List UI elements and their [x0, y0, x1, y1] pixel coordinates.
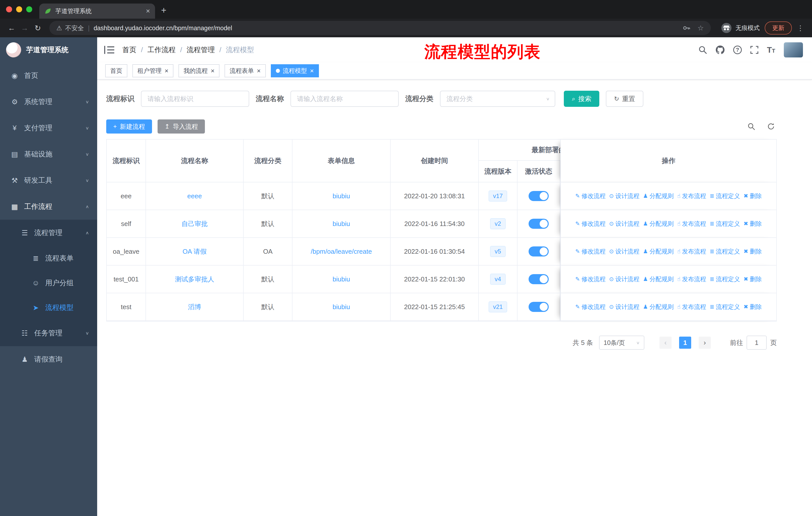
sidebar-item-system-management[interactable]: ⚙ 系统管理 ∨: [0, 89, 97, 115]
forward-button[interactable]: →: [18, 24, 31, 32]
action-delete[interactable]: ✖ 删除: [744, 220, 762, 228]
sidebar-item-infrastructure[interactable]: ▤ 基础设施 ∨: [0, 141, 97, 167]
form-link[interactable]: biubiu: [332, 220, 350, 228]
sidebar-item-payment-management[interactable]: ¥ 支付管理 ∨: [0, 115, 97, 141]
tag-item-1[interactable]: 租户管理 ×: [133, 64, 173, 77]
goto-page-input[interactable]: [747, 335, 767, 350]
reset-button[interactable]: ↻ 重置: [606, 91, 643, 107]
action-delete[interactable]: ✖ 删除: [744, 247, 762, 255]
prev-page-button[interactable]: ‹: [660, 336, 671, 349]
current-page[interactable]: 1: [679, 336, 691, 349]
action-design[interactable]: ⊙ 设计流程: [609, 303, 639, 311]
action-assign-rule[interactable]: ♟ 分配规则: [643, 303, 673, 311]
action-edit[interactable]: ✎ 修改流程: [575, 247, 606, 255]
incognito-chip[interactable]: 无痕模式: [721, 22, 760, 33]
key-icon[interactable]: [683, 24, 690, 32]
tag-close-icon[interactable]: ×: [257, 67, 261, 74]
action-definition[interactable]: ≣ 流程定义: [710, 220, 740, 228]
action-edit[interactable]: ✎ 修改流程: [575, 192, 606, 200]
action-edit[interactable]: ✎ 修改流程: [575, 220, 606, 228]
active-toggle[interactable]: [529, 246, 549, 256]
tag-item-3[interactable]: 流程表单 ×: [225, 64, 265, 77]
action-publish[interactable]: ☝ 发布流程: [677, 220, 706, 228]
model-name-link[interactable]: 滔博: [188, 303, 201, 311]
action-delete[interactable]: ✖ 删除: [744, 192, 762, 200]
sidebar-item-process-form[interactable]: ≣ 流程表单: [0, 246, 97, 271]
model-name-link[interactable]: OA 请假: [182, 247, 206, 256]
action-design[interactable]: ⊙ 设计流程: [609, 247, 639, 255]
next-page-button[interactable]: ›: [699, 336, 711, 349]
minimize-window-button[interactable]: [16, 6, 22, 12]
font-size-icon[interactable]: TT: [767, 45, 775, 55]
active-toggle[interactable]: [529, 219, 549, 229]
collapse-sidebar-icon[interactable]: [104, 46, 114, 54]
tag-item-2[interactable]: 我的流程 ×: [178, 64, 220, 77]
form-link[interactable]: biubiu: [332, 275, 350, 283]
reload-button[interactable]: ↻: [31, 24, 44, 32]
action-definition[interactable]: ≣ 流程定义: [710, 303, 740, 311]
action-definition[interactable]: ≣ 流程定义: [710, 247, 740, 255]
action-design[interactable]: ⊙ 设计流程: [609, 275, 639, 283]
action-design[interactable]: ⊙ 设计流程: [609, 192, 639, 200]
process-key-input[interactable]: [141, 91, 249, 107]
action-assign-rule[interactable]: ♟ 分配规则: [643, 220, 673, 228]
process-name-input[interactable]: [290, 91, 399, 107]
sidebar-item-dev-tools[interactable]: ⚒ 研发工具 ∨: [0, 167, 97, 193]
sidebar-item-user-group[interactable]: ☺ 用户分组: [0, 271, 97, 295]
sidebar-item-process-management[interactable]: ☰ 流程管理 ∧: [0, 220, 97, 246]
security-chip[interactable]: ⚠ 不安全: [56, 24, 84, 32]
sidebar-item-leave-query[interactable]: ♟ 请假查询: [0, 346, 97, 372]
show-search-icon[interactable]: [748, 123, 755, 130]
close-window-button[interactable]: [6, 6, 12, 12]
zoom-window-button[interactable]: [26, 6, 32, 12]
action-publish[interactable]: ☝ 发布流程: [677, 275, 706, 283]
action-definition[interactable]: ≣ 流程定义: [710, 275, 740, 283]
action-edit[interactable]: ✎ 修改流程: [575, 303, 606, 311]
tag-item-4[interactable]: 流程模型 ×: [271, 64, 319, 77]
search-button[interactable]: ⌕ 搜索: [564, 91, 599, 107]
tag-close-icon[interactable]: ×: [310, 67, 314, 74]
refresh-table-icon[interactable]: [767, 123, 775, 130]
browser-menu-icon[interactable]: ⋮: [797, 24, 804, 32]
action-publish[interactable]: ☝ 发布流程: [677, 247, 706, 255]
category-select[interactable]: 流程分类 ∨: [440, 91, 555, 107]
address-bar[interactable]: ⚠ 不安全 | dashboard.yudao.iocoder.cn/bpm/m…: [49, 21, 711, 35]
sidebar-item-process-model[interactable]: ➤ 流程模型: [0, 295, 97, 320]
back-button[interactable]: ←: [5, 24, 18, 32]
action-edit[interactable]: ✎ 修改流程: [575, 275, 606, 283]
breadcrumb-home[interactable]: 首页: [122, 45, 137, 55]
tag-close-icon[interactable]: ×: [211, 67, 214, 74]
model-name-link[interactable]: 测试多审批人: [175, 275, 214, 284]
fullscreen-icon[interactable]: [750, 46, 758, 54]
active-toggle[interactable]: [529, 302, 549, 312]
action-design[interactable]: ⊙ 设计流程: [609, 220, 639, 228]
action-definition[interactable]: ≣ 流程定义: [710, 192, 740, 200]
tab-close-icon[interactable]: ×: [146, 7, 150, 15]
update-button[interactable]: 更新: [765, 21, 792, 34]
github-icon[interactable]: [716, 45, 725, 54]
action-assign-rule[interactable]: ♟ 分配规则: [643, 247, 673, 255]
sidebar-item-task-management[interactable]: ☷ 任务管理 ∨: [0, 320, 97, 346]
action-delete[interactable]: ✖ 删除: [744, 303, 762, 311]
form-link[interactable]: biubiu: [332, 303, 350, 311]
active-toggle[interactable]: [529, 191, 549, 201]
form-link[interactable]: /bpm/oa/leave/create: [311, 248, 372, 255]
model-name-link[interactable]: 自己审批: [181, 219, 208, 228]
user-avatar[interactable]: [784, 42, 803, 57]
action-delete[interactable]: ✖ 删除: [744, 275, 762, 283]
sidebar-item-workflow[interactable]: ▦ 工作流程 ∧: [0, 193, 97, 220]
action-publish[interactable]: ☝ 发布流程: [677, 192, 706, 200]
tag-item-0[interactable]: 首页: [105, 64, 127, 77]
create-process-button[interactable]: + 新建流程: [106, 119, 152, 134]
breadcrumb-process-management[interactable]: 流程管理: [187, 45, 215, 55]
form-link[interactable]: biubiu: [332, 192, 350, 200]
sidebar-item-home[interactable]: ◉ 首页: [0, 62, 97, 89]
new-tab-button[interactable]: +: [161, 5, 166, 16]
action-assign-rule[interactable]: ♟ 分配规则: [643, 275, 673, 283]
page-size-select[interactable]: 10条/页 ∨: [599, 335, 644, 350]
bookmark-star-icon[interactable]: ☆: [697, 24, 704, 32]
tag-close-icon[interactable]: ×: [165, 67, 168, 74]
action-assign-rule[interactable]: ♟ 分配规则: [643, 192, 673, 200]
search-icon[interactable]: [698, 46, 707, 54]
breadcrumb-workflow[interactable]: 工作流程: [147, 45, 176, 55]
